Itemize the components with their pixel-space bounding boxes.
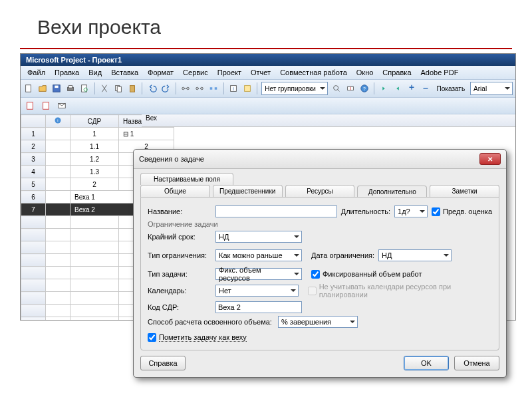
menu-project[interactable]: Проект — [213, 67, 245, 78]
new-icon[interactable] — [23, 82, 35, 95]
sdr-code-input[interactable] — [215, 301, 302, 313]
earned-label: Способ расчета освоенного объема: — [148, 318, 274, 326]
goto-icon[interactable] — [344, 82, 356, 95]
menu-format[interactable]: Формат — [144, 67, 178, 78]
table-row[interactable]: 5 — [21, 178, 46, 191]
menu-file[interactable]: Файл — [23, 67, 49, 78]
constraint-type-combo[interactable]: Как можно раньше — [215, 249, 302, 261]
duration-input[interactable]: 1д? — [394, 205, 428, 217]
paste-icon[interactable] — [126, 82, 138, 95]
split-icon[interactable] — [208, 82, 219, 95]
mail-icon[interactable] — [55, 99, 68, 112]
indent-left-icon[interactable] — [378, 82, 390, 95]
preview-icon[interactable] — [79, 82, 90, 95]
zoom-icon[interactable] — [331, 82, 342, 95]
tab-predecessors[interactable]: Предшественники — [213, 185, 283, 197]
dialog-title: Сведения о задаче — [139, 155, 204, 163]
col-sdr[interactable]: СДР — [70, 115, 119, 128]
tab-resources[interactable]: Ресурсы — [285, 185, 355, 197]
task-type-label: Тип задачи: — [148, 270, 211, 278]
tab-general[interactable]: Общие — [140, 185, 210, 197]
fixed-work-label: Фиксированный объем работ — [323, 270, 422, 278]
info-icon: i — [54, 116, 62, 124]
notes-icon[interactable] — [241, 82, 253, 95]
table-row[interactable]: 6 — [21, 191, 46, 203]
calendar-label: Календарь: — [148, 287, 211, 295]
milestone-checkbox[interactable] — [148, 333, 156, 342]
col-rownum — [21, 115, 46, 128]
menu-window[interactable]: Окно — [352, 67, 378, 78]
constraint-type-label: Тип ограничения: — [148, 251, 211, 259]
show-label[interactable]: Показать — [434, 85, 468, 92]
svg-rect-24 — [43, 102, 49, 110]
calendar-combo[interactable]: Нет — [215, 285, 299, 297]
table-row[interactable]: 3 — [21, 153, 46, 166]
svg-rect-14 — [210, 87, 213, 90]
ok-button[interactable]: OK — [404, 356, 449, 370]
table-row[interactable]: 4 — [21, 166, 46, 178]
cut-icon[interactable] — [99, 82, 110, 95]
svg-rect-18 — [245, 86, 251, 92]
svg-rect-4 — [69, 86, 72, 88]
prelim-label: Предв. оценка — [443, 207, 492, 215]
duration-label: Длительность: — [341, 207, 390, 215]
col-info[interactable]: i — [46, 115, 70, 128]
table-row[interactable]: 1 — [21, 128, 46, 140]
menu-view[interactable]: Вид — [84, 67, 106, 78]
table-row[interactable]: 7 — [21, 203, 46, 216]
copy-icon[interactable] — [112, 82, 124, 95]
task-info-dialog: Сведения о задаче ✕ Настраиваемые поля О… — [133, 149, 507, 378]
help-icon[interactable]: ? — [358, 82, 370, 95]
name-input[interactable] — [215, 205, 337, 217]
menu-report[interactable]: Отчет — [247, 67, 275, 78]
titlebar: Microsoft Project - Проект1 — [21, 54, 515, 66]
cancel-button[interactable]: Отмена — [454, 356, 499, 370]
table-row[interactable]: 2 — [21, 140, 46, 153]
tab-custom-fields[interactable]: Настраиваемые поля — [140, 173, 233, 185]
close-icon[interactable]: ✕ — [479, 153, 501, 165]
constraint-group: Ограничение задачи — [148, 220, 492, 228]
pdf2-icon[interactable] — [39, 99, 53, 112]
menu-collab[interactable]: Совместная работа — [276, 67, 351, 78]
ignore-cal-label: Не учитывать календари ресурсов при план… — [319, 283, 492, 299]
unlink-icon[interactable] — [194, 82, 205, 95]
grouping-combo[interactable]: Нет группировки — [261, 82, 328, 95]
earned-combo[interactable]: % завершения — [278, 316, 358, 328]
link-icon[interactable] — [180, 82, 192, 95]
tab-notes[interactable]: Заметки — [430, 185, 499, 197]
ignore-cal-checkbox — [308, 287, 317, 295]
collapse-icon[interactable] — [420, 82, 432, 95]
menubar: Файл Правка Вид Вставка Формат Сервис Пр… — [21, 66, 515, 80]
deadline-combo[interactable]: НД — [215, 231, 302, 243]
expand-icon[interactable] — [406, 82, 418, 95]
indent-right-icon[interactable] — [392, 82, 404, 95]
slide-title: Вехи проекта — [0, 0, 532, 48]
menu-adobe[interactable]: Adobe PDF — [417, 67, 463, 78]
svg-rect-15 — [215, 87, 217, 90]
svg-text:?: ? — [363, 86, 366, 91]
undo-icon[interactable] — [146, 82, 158, 95]
svg-rect-9 — [130, 86, 134, 92]
svg-rect-0 — [26, 85, 31, 92]
task-type-combo[interactable]: Фикс. объем ресурсов — [215, 268, 302, 280]
menu-tools[interactable]: Сервис — [179, 67, 212, 78]
svg-rect-23 — [27, 102, 33, 110]
open-icon[interactable] — [37, 82, 49, 95]
print-icon[interactable] — [65, 82, 76, 95]
info-icon[interactable]: i — [228, 82, 239, 95]
tab-advanced[interactable]: Дополнительно — [357, 186, 427, 198]
menu-insert[interactable]: Вставка — [107, 67, 142, 78]
constraint-date-combo[interactable]: НД — [378, 249, 452, 261]
redo-icon[interactable] — [160, 82, 172, 95]
milestone-label: Пометить задачу как веху — [159, 333, 247, 342]
menu-help[interactable]: Справка — [378, 67, 415, 78]
pdf-icon[interactable] — [23, 99, 37, 112]
fixed-work-checkbox[interactable] — [311, 270, 320, 279]
svg-rect-8 — [117, 86, 121, 92]
menu-edit[interactable]: Правка — [51, 67, 83, 78]
save-icon[interactable] — [51, 82, 63, 95]
name-label: Название: — [148, 207, 211, 215]
help-button[interactable]: Справка — [140, 356, 186, 370]
prelim-checkbox[interactable] — [432, 207, 440, 216]
font-combo[interactable]: Arial — [470, 82, 513, 95]
